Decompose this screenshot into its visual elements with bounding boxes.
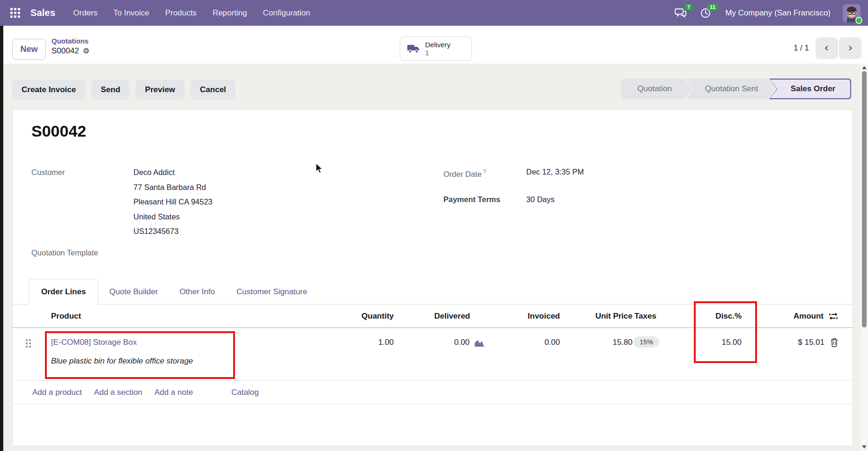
chevron-right-icon [847, 45, 853, 51]
menu-reporting[interactable]: Reporting [213, 8, 247, 18]
scroll-down-arrow-icon[interactable] [862, 445, 867, 449]
quantity-cell[interactable]: 1.00 [347, 335, 394, 349]
menu-orders[interactable]: Orders [73, 8, 97, 18]
chevron-left-icon [824, 45, 830, 51]
customer-label: Customer [31, 165, 133, 239]
status-bar: Quotation Quotation Sent Sales Order [621, 79, 851, 99]
annotation-box-discount [694, 301, 757, 363]
order-title: S00042 [31, 122, 86, 140]
order-date-label: Order Date? [443, 167, 526, 179]
col-product[interactable]: Product [40, 312, 347, 321]
activities-button[interactable]: 11 [700, 7, 713, 19]
tab-other-info[interactable]: Other Info [169, 279, 226, 305]
form-sheet: S00042 Customer Deco Addict 77 Santa Bar… [12, 109, 853, 445]
odoo-sales-order-screen: Sales Orders To Invoice Products Reporti… [0, 0, 868, 451]
scrollbar-thumb[interactable] [862, 71, 867, 327]
trash-icon[interactable] [830, 338, 839, 347]
col-invoiced[interactable]: Invoiced [485, 312, 560, 321]
app-name[interactable]: Sales [30, 7, 55, 18]
order-field-group: Order Date? Dec 12, 3:35 PM Payment Term… [443, 167, 584, 204]
stage-quotation[interactable]: Quotation [621, 79, 692, 99]
customer-street: 77 Santa Barbara Rd [133, 180, 213, 195]
top-navbar: Sales Orders To Invoice Products Reporti… [0, 0, 868, 26]
messages-button[interactable]: 7 [675, 7, 688, 19]
customer-country: United States [133, 210, 213, 225]
order-date-value[interactable]: Dec 12, 3:35 PM [526, 167, 584, 179]
delivered-cell[interactable]: 0.00 [454, 335, 470, 349]
cancel-button[interactable]: Cancel [191, 80, 235, 100]
payment-terms-value[interactable]: 30 Days [526, 194, 584, 204]
menu-products[interactable]: Products [165, 8, 197, 18]
quotation-template-label: Quotation Template [31, 248, 98, 257]
gear-icon[interactable]: ⚙ [83, 47, 89, 55]
add-product-link[interactable]: Add a product [32, 388, 82, 397]
forecast-chart-icon[interactable] [474, 338, 485, 348]
vertical-scrollbar[interactable] [861, 64, 868, 451]
action-button-bar: Create Invoice Send Preview Cancel [12, 80, 235, 100]
menu-to-invoice[interactable]: To Invoice [113, 8, 149, 18]
stage-quotation-sent[interactable]: Quotation Sent [686, 79, 775, 99]
activities-badge: 11 [707, 4, 718, 11]
customer-field-group: Customer Deco Addict 77 Santa Barbara Rd… [31, 165, 213, 239]
tab-quote-builder[interactable]: Quote Builder [98, 279, 169, 305]
messages-badge: 7 [684, 4, 693, 11]
pager-value: 1 / 1 [794, 44, 809, 53]
col-delivered[interactable]: Delivered [394, 312, 485, 321]
company-switcher[interactable]: My Company (San Francisco) [725, 8, 831, 18]
add-section-link[interactable]: Add a section [94, 388, 142, 397]
delivery-count: 1 [425, 49, 450, 57]
pager-next-button[interactable] [839, 37, 861, 59]
top-menu: Orders To Invoice Products Reporting Con… [73, 8, 310, 18]
menu-configuration[interactable]: Configuration [263, 8, 310, 18]
new-button[interactable]: New [12, 39, 46, 60]
apps-menu-icon[interactable] [10, 8, 20, 18]
notebook-tabs: Order Lines Quote Builder Other Info Cus… [13, 279, 853, 305]
delivery-label: Delivery [425, 41, 450, 49]
window-left-edge [0, 26, 3, 451]
customer-vat: US12345673 [133, 224, 213, 239]
payment-terms-label: Payment Terms [443, 194, 526, 204]
help-icon[interactable]: ? [483, 168, 486, 175]
add-note-link[interactable]: Add a note [154, 388, 193, 397]
tax-badge[interactable]: 15% [633, 336, 659, 348]
breadcrumb-quotations[interactable]: Quotations [51, 37, 89, 45]
customer-link[interactable]: Deco Addict [133, 165, 213, 180]
col-amount[interactable]: Amount [794, 312, 824, 321]
scroll-up-arrow-icon[interactable] [862, 66, 867, 69]
stage-sales-order[interactable]: Sales Order [769, 79, 851, 99]
user-avatar[interactable] [843, 4, 861, 22]
amount-cell: $ 15.01 [798, 335, 824, 349]
mouse-cursor [315, 163, 324, 174]
breadcrumb: Quotations S00042 ⚙ [51, 37, 89, 56]
invoiced-cell[interactable]: 0.00 [485, 335, 560, 349]
toggle-columns-icon[interactable] [828, 312, 839, 320]
col-quantity[interactable]: Quantity [347, 312, 394, 321]
annotation-box-product [45, 331, 235, 379]
pager: 1 / 1 [794, 37, 861, 59]
table-footer-links: Add a product Add a section Add a note C… [13, 381, 853, 404]
stage-sales-order-label: Sales Order [770, 80, 850, 98]
preview-button[interactable]: Preview [136, 80, 184, 100]
col-unit-price[interactable]: Unit Price [560, 312, 633, 321]
pager-previous-button[interactable] [816, 37, 838, 59]
tab-customer-signature[interactable]: Customer Signature [226, 279, 318, 305]
delivery-smart-button[interactable]: Delivery 1 [400, 36, 472, 61]
create-invoice-button[interactable]: Create Invoice [12, 80, 85, 100]
unit-price-cell[interactable]: 15.80 [560, 335, 633, 349]
col-taxes[interactable]: Taxes [633, 312, 677, 321]
online-status-dot [855, 17, 862, 24]
tab-order-lines[interactable]: Order Lines [29, 279, 98, 305]
truck-icon [407, 44, 420, 54]
send-button[interactable]: Send [91, 80, 130, 100]
catalog-link[interactable]: Catalog [231, 388, 259, 397]
drag-handle[interactable] [21, 335, 40, 348]
record-name: S00042 [51, 46, 79, 56]
customer-city: Pleasant Hill CA 94523 [133, 195, 213, 210]
